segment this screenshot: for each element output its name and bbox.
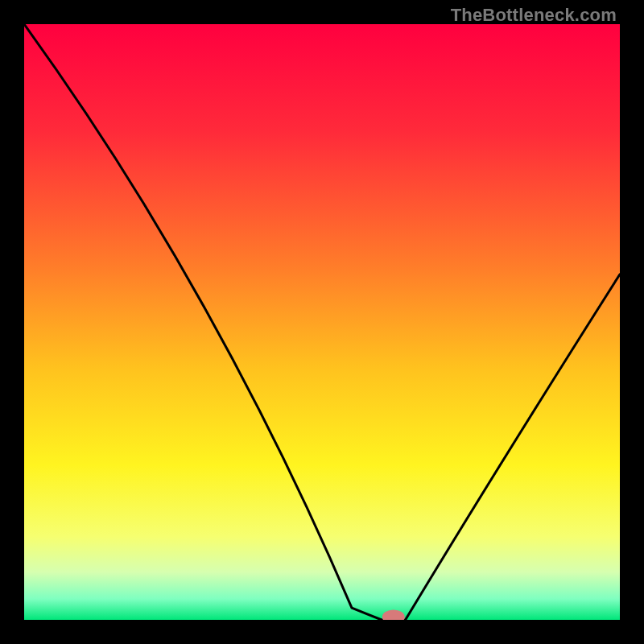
chart-frame: TheBottleneck.com <box>0 0 644 644</box>
plot-area <box>24 24 620 620</box>
watermark-label: TheBottleneck.com <box>451 5 617 26</box>
gradient-background <box>24 24 620 620</box>
bottleneck-chart <box>24 24 620 620</box>
